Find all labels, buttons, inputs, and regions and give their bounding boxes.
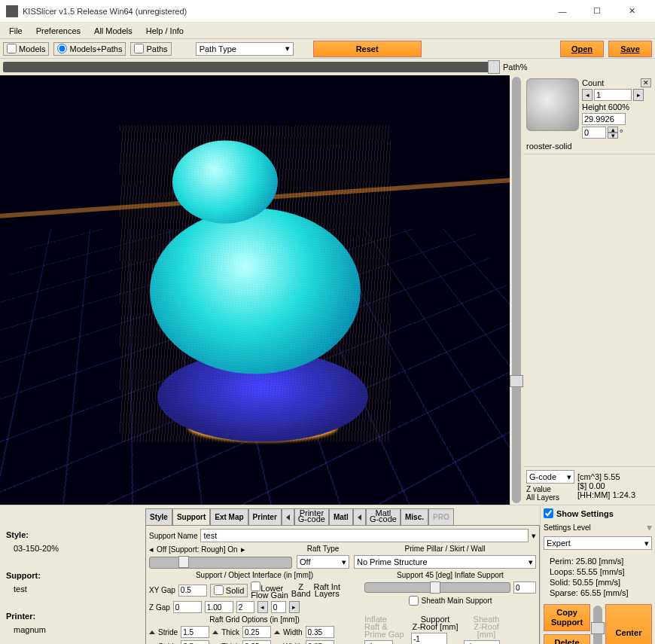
inflate-support-input[interactable] [513,581,536,594]
path-type-dropdown[interactable]: Path Type▾ [196,42,294,56]
open-button[interactable]: Open [560,41,604,57]
slider-prev-button[interactable]: ◂ [149,545,154,554]
save-button[interactable]: Save [608,41,652,57]
support-zroof-label: SupportZ-Roof [mm] [411,615,459,630]
paths-checkbox[interactable] [134,44,144,53]
show-settings-group[interactable]: Show Settings [544,508,652,518]
tab-pro[interactable]: PRO [428,508,454,525]
gcode-stats: [cm^3] 5.55 [$] 0.00 [HH:MM] 1:24.3 [577,472,635,499]
support-density-slider[interactable] [149,557,292,569]
width1-input[interactable] [306,626,334,638]
menubar: File Preferences All Models Help / Info [0,23,655,39]
path-percent-slider[interactable] [3,62,500,72]
menu-help[interactable]: Help / Info [140,25,190,37]
count-label: Count [582,78,604,87]
copy-support-button[interactable]: Copy Support [544,604,590,631]
toolbar: Models Models+Paths Paths Path Type▾ Res… [0,39,655,59]
settings-level-dropdown[interactable]: Expert▾ [544,536,652,550]
tab-printer-prev[interactable] [282,508,294,525]
gcode-dropdown[interactable]: G-code▾ [526,470,574,484]
slider-thumb[interactable] [591,622,605,634]
count-right-button[interactable]: ▸ [633,89,644,101]
thick1-input[interactable] [242,626,271,638]
sheath-zroof-label: SheathZ-Roof [mm] [464,615,509,638]
close-button[interactable]: ✕ [614,0,649,23]
support-angle-slider[interactable] [364,582,510,593]
viewmode-models[interactable]: Models [3,42,49,56]
gcode-section: G-code▾ Z value All Layers [cm^3] 5.55 [… [523,466,655,505]
triangle-up-icon [274,630,280,634]
stride1-input[interactable] [181,626,209,638]
window-title: KISSlicer v1.5 Release Win64 (unregister… [23,7,545,16]
sheath-checkbox[interactable] [409,596,419,606]
dropdown-icon: ▾ [342,557,346,567]
collapse-icon[interactable]: ▾ [647,521,652,533]
raft-int-prev[interactable]: ◂ [257,601,268,613]
z-gap-input[interactable] [173,601,202,613]
tab-matl-prev[interactable] [353,508,366,525]
maximize-button[interactable]: ☐ [580,0,614,23]
zoffset-down-button[interactable]: ▾ [608,133,618,139]
slider-thumb[interactable] [430,581,440,594]
menu-file[interactable]: File [3,25,29,37]
stride2-input[interactable] [181,640,209,644]
minimize-button[interactable]: — [545,0,580,23]
delete-support-button[interactable]: Delete Support [544,634,590,644]
models-paths-radio[interactable] [57,44,67,53]
sheath-zroof-input [464,640,500,644]
layer-slider[interactable] [510,75,523,505]
support-zroof-input[interactable] [411,633,447,644]
support45-label: Support 45 [deg] Inflate Support [364,571,536,579]
support-name-label: Support Name [149,532,197,540]
inflate-raft-input[interactable] [364,640,393,644]
tab-ext-map[interactable]: Ext Map [210,508,248,525]
slider-next-button[interactable]: ▸ [241,545,245,554]
tab-printer[interactable]: Printer [248,508,282,525]
height-input[interactable] [582,113,626,125]
solid-checkbox[interactable] [214,585,224,595]
tab-style[interactable]: Style [145,508,172,525]
tab-misc[interactable]: Misc. [401,508,428,525]
flow-gain-input[interactable] [205,601,233,613]
layer-slider-thumb[interactable] [510,375,523,387]
support-heading: Support: [6,571,41,580]
viewmode-models-paths[interactable]: Models+Paths [53,42,126,56]
menu-preferences[interactable]: Preferences [30,25,87,37]
reset-button[interactable]: Reset [313,41,422,57]
models-checkbox[interactable] [7,44,17,53]
support-name-input[interactable] [200,529,529,542]
sheath-checkbox-group[interactable]: Sheath Main Support [364,596,536,606]
raft-type-label: Raft Type [297,545,349,553]
raft-int-next[interactable]: ▸ [289,601,300,613]
tab-support[interactable]: Support [172,508,210,525]
thick2-input[interactable] [242,640,271,644]
zoffset-input[interactable] [582,127,606,139]
show-settings-checkbox[interactable] [544,508,553,518]
z-band-input[interactable] [236,601,254,613]
xy-gap-input[interactable] [178,584,207,597]
tab-printer-gcode[interactable]: PrinterG-code [294,508,329,525]
slider-thumb[interactable] [178,556,189,568]
prime-pillar-dropdown[interactable]: No Prime Structure▾ [354,555,536,569]
width2-input[interactable] [306,640,334,644]
chevron-left-icon [358,514,361,520]
tab-matl[interactable]: Matl [329,508,353,525]
3d-viewport[interactable] [0,75,510,505]
viewmode-paths[interactable]: Paths [130,42,171,56]
remove-model-button[interactable]: ✕ [641,78,651,87]
raft-type-dropdown[interactable]: Off▾ [297,555,349,569]
count-input[interactable] [594,89,632,101]
solid-checkbox-group[interactable]: Solid [210,584,248,597]
tab-matl-gcode[interactable]: MatlG-code [366,508,401,525]
show-settings-label: Show Settings [556,509,614,518]
center-button[interactable]: Center [605,604,652,644]
count-left-button[interactable]: ◂ [582,89,593,101]
center-slider[interactable] [593,604,602,644]
model-tile[interactable]: Count ✕ ◂ ▸ Height 600% ▴ ▾ [523,75,655,154]
speed-readout: Perim: 25.80 [mm/s] Loops: 55.55 [mm/s] … [544,553,652,601]
slider-thumb[interactable] [488,60,500,74]
model-thumbnail[interactable] [526,78,579,131]
raft-int-input[interactable] [271,601,286,613]
dropdown-icon[interactable]: ▾ [532,531,536,541]
menu-all-models[interactable]: All Models [88,25,139,37]
